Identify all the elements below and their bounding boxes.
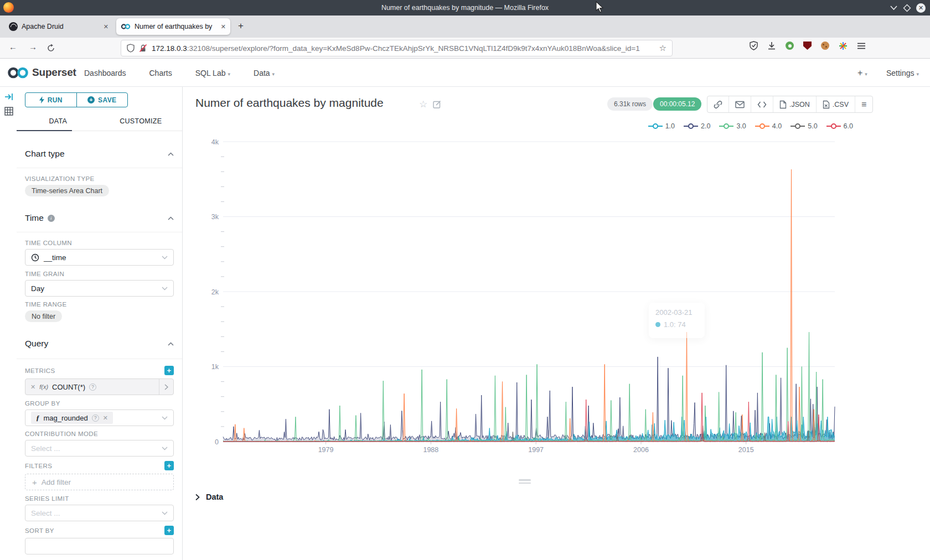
sort-by-select[interactable] xyxy=(25,538,174,554)
nav-item-charts[interactable]: Charts xyxy=(149,69,172,77)
legend-item-6.0[interactable]: 6.0 xyxy=(826,122,853,130)
superset-navbar: Superset Dashboards Charts SQL Lab▾ Data… xyxy=(0,59,930,87)
menu-hamburger-icon[interactable] xyxy=(857,42,866,50)
minimize-icon[interactable] xyxy=(890,4,898,12)
chart-actions: .JSON .CSV ≡ xyxy=(707,96,873,113)
window-title: Numer of earthquakes by magnitude — Mozi… xyxy=(0,4,930,12)
time-range-value[interactable]: No filter xyxy=(25,310,62,322)
query-timer-badge: 00:00:05.12 xyxy=(653,97,701,111)
privacy-extension-icon[interactable] xyxy=(786,42,794,50)
pocket-shield-icon[interactable] xyxy=(750,41,758,50)
add-metric-button[interactable]: + xyxy=(164,366,174,375)
viz-type-value[interactable]: Time-series Area Chart xyxy=(25,185,109,196)
reload-icon[interactable] xyxy=(46,44,55,53)
bookmark-star-icon[interactable]: ☆ xyxy=(659,43,666,53)
metric-name: COUNT(*) xyxy=(52,383,85,391)
new-item-button[interactable]: +▾ xyxy=(857,68,867,78)
email-button[interactable] xyxy=(729,96,751,112)
section-query[interactable]: Query xyxy=(25,339,174,349)
tab-superset-chart[interactable]: Numer of earthquakes by ✕ xyxy=(116,18,230,35)
section-chart-type[interactable]: Chart type xyxy=(25,149,174,159)
nav-item-sql-lab[interactable]: SQL Lab▾ xyxy=(195,69,230,77)
left-rail xyxy=(0,87,17,560)
legend-item-1.0[interactable]: 1.0 xyxy=(648,122,675,130)
download-icon[interactable] xyxy=(767,42,776,50)
pinwheel-extension-icon[interactable] xyxy=(839,42,848,50)
brand-name[interactable]: Superset xyxy=(32,66,76,79)
legend-item-2.0[interactable]: 2.0 xyxy=(684,122,710,130)
url-bar[interactable]: 172.18.0.3:32108/superset/explore/?form_… xyxy=(121,40,673,56)
window-controls: ✕ xyxy=(890,0,926,15)
url-text[interactable]: 172.18.0.3:32108/superset/explore/?form_… xyxy=(152,44,655,53)
nav-menu: Dashboards Charts SQL Lab▾ Data▾ xyxy=(84,59,275,87)
copy-link-button[interactable] xyxy=(707,96,729,112)
legend-marker-icon xyxy=(826,123,841,129)
druid-tab-icon xyxy=(9,22,18,31)
shield-permissions-icon[interactable] xyxy=(127,44,135,53)
contribution-mode-select[interactable]: Select ... xyxy=(25,440,174,457)
chevron-down-icon xyxy=(162,287,168,291)
close-tab-icon[interactable]: ✕ xyxy=(221,23,226,30)
series-limit-label: SERIES LIMIT xyxy=(25,495,174,502)
chart-container: Numer of earthquakes by magnitude ☆ 6.31… xyxy=(183,87,930,560)
run-button[interactable]: RUN xyxy=(25,93,77,107)
section-time[interactable]: Time i xyxy=(25,213,174,223)
metric-item[interactable]: ✕ f(x) COUNT(*) ? xyxy=(25,378,174,395)
embed-code-button[interactable] xyxy=(751,96,773,112)
more-options-button[interactable]: ≡ xyxy=(855,96,872,112)
new-tab-button[interactable]: + xyxy=(238,20,244,32)
sort-by-label: SORT BY + xyxy=(25,526,174,535)
ublock-shield-icon[interactable] xyxy=(803,42,812,50)
chevron-down-icon: ▾ xyxy=(228,71,230,77)
add-filter-plus-button[interactable]: + xyxy=(164,461,174,470)
groupby-chip[interactable]: ƒ mag_rounded ? ✕ xyxy=(31,412,113,424)
close-tab-icon[interactable]: ✕ xyxy=(104,23,108,30)
tab-label: Apache Druid xyxy=(22,23,100,30)
series-limit-select[interactable]: Select ... xyxy=(25,505,174,521)
save-button[interactable]: + SAVE xyxy=(77,93,128,107)
function-icon: ƒ xyxy=(36,413,40,422)
remove-metric-icon[interactable]: ✕ xyxy=(30,383,35,391)
superset-logo[interactable] xyxy=(7,65,31,80)
legend-item-4.0[interactable]: 4.0 xyxy=(755,122,782,130)
row-count-badge: 6.31k rows xyxy=(607,97,653,111)
browser-tabbar: Apache Druid ✕ Numer of earthquakes by ✕… xyxy=(0,15,930,38)
groupby-select[interactable]: ƒ mag_rounded ? ✕ xyxy=(25,409,174,426)
time-column-select[interactable]: __time xyxy=(25,249,174,266)
dataset-grid-icon[interactable] xyxy=(4,107,13,116)
time-range-label: TIME RANGE xyxy=(25,301,174,308)
legend-label: 2.0 xyxy=(701,122,710,130)
nav-item-data[interactable]: Data▾ xyxy=(254,69,275,77)
insecure-lock-icon[interactable] xyxy=(139,44,147,53)
add-filter-dropzone[interactable]: + Add filter xyxy=(25,474,174,490)
export-csv-button[interactable]: .CSV xyxy=(817,96,855,112)
remove-chip-icon[interactable]: ✕ xyxy=(103,414,108,422)
favorite-star-icon[interactable]: ☆ xyxy=(419,98,427,110)
tab-data[interactable]: DATA xyxy=(17,115,100,131)
close-window-icon[interactable]: ✕ xyxy=(916,3,926,13)
collapse-panel-icon[interactable] xyxy=(5,93,13,101)
data-panel-header[interactable]: Data xyxy=(195,492,223,501)
settings-menu[interactable]: Settings▾ xyxy=(886,69,919,77)
metric-expand-caret[interactable] xyxy=(159,379,173,395)
nav-item-dashboards[interactable]: Dashboards xyxy=(84,69,126,77)
edit-title-icon[interactable] xyxy=(433,100,442,108)
export-json-button[interactable]: .JSON xyxy=(773,96,817,112)
back-button[interactable]: ← xyxy=(9,42,17,51)
tooltip-date: 2002-03-21 xyxy=(655,308,698,317)
add-sort-button[interactable]: + xyxy=(164,526,174,535)
cookie-extension-icon[interactable] xyxy=(821,42,829,50)
add-filter-text: Add filter xyxy=(42,478,71,486)
series-limit-placeholder: Select ... xyxy=(31,509,157,517)
divider xyxy=(17,359,182,359)
tab-apache-druid[interactable]: Apache Druid ✕ xyxy=(4,18,113,35)
pane-resize-handle[interactable] xyxy=(519,479,531,485)
tab-customize[interactable]: CUSTOMIZE xyxy=(100,115,183,131)
maximize-icon[interactable] xyxy=(903,4,911,12)
tab-label: Numer of earthquakes by xyxy=(135,23,218,30)
legend-item-3.0[interactable]: 3.0 xyxy=(719,122,746,130)
help-icon: ? xyxy=(89,383,96,391)
forward-button[interactable]: → xyxy=(29,42,37,51)
legend-item-5.0[interactable]: 5.0 xyxy=(790,122,817,130)
time-grain-select[interactable]: Day xyxy=(25,280,174,297)
